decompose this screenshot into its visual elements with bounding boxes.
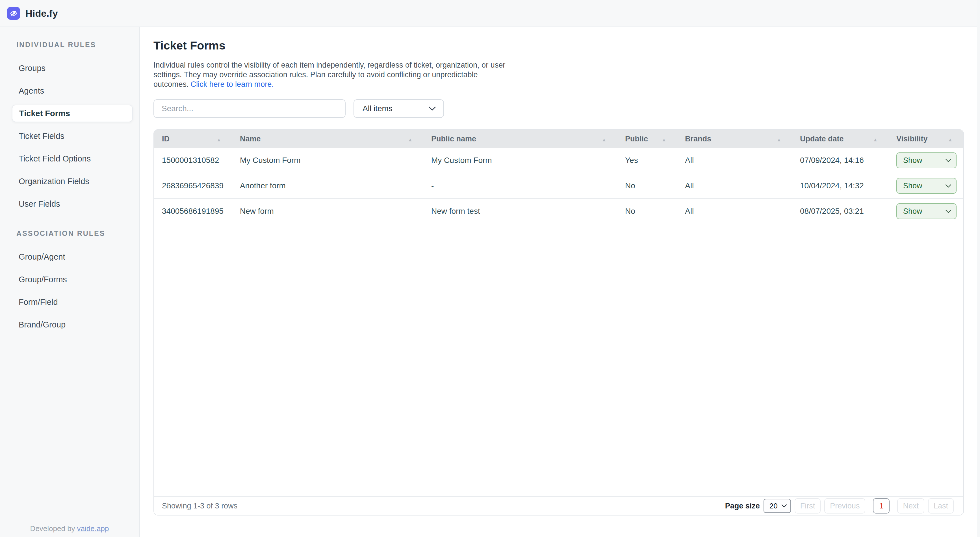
cell-id: 26836965426839 bbox=[154, 181, 232, 190]
sort-asc-icon bbox=[216, 135, 221, 143]
sidebar-item-ticket-fields[interactable]: Ticket Fields bbox=[0, 125, 139, 147]
column-header-id[interactable]: ID bbox=[154, 130, 232, 148]
column-header-brands[interactable]: Brands bbox=[677, 130, 792, 148]
pagination: Page size 20 First Previous 1 Next Last bbox=[725, 498, 954, 513]
cell-brands: All bbox=[677, 207, 792, 216]
column-header-name[interactable]: Name bbox=[232, 130, 423, 148]
chevron-down-icon bbox=[428, 106, 436, 111]
vaide-app-link[interactable]: vaide.app bbox=[77, 524, 109, 533]
section-title-individual-rules: INDIVIDUAL RULES bbox=[16, 41, 139, 49]
column-header-public[interactable]: Public bbox=[617, 130, 677, 148]
column-header-visibility[interactable]: Visibility bbox=[888, 130, 963, 148]
ticket-forms-table: ID Name Public name Public Brands Update… bbox=[153, 129, 964, 516]
association-rules-nav: Group/Agent Group/Forms Form/Field Brand… bbox=[0, 245, 139, 336]
cell-visibility: Show bbox=[888, 203, 963, 219]
sidebar-item-group-forms[interactable]: Group/Forms bbox=[0, 268, 139, 291]
sort-asc-icon bbox=[408, 135, 412, 143]
top-bar: Hide.fy bbox=[0, 0, 980, 27]
app-logo bbox=[7, 7, 20, 20]
app-window: Hide.fy INDIVIDUAL RULES Groups Agents T… bbox=[0, 0, 980, 537]
items-filter-select[interactable]: All items bbox=[353, 99, 444, 118]
table-controls: All items bbox=[153, 99, 964, 118]
search-input[interactable] bbox=[153, 99, 345, 118]
column-header-update-date[interactable]: Update date bbox=[792, 130, 888, 148]
sidebar-item-brand-group[interactable]: Brand/Group bbox=[0, 313, 139, 336]
sidebar-item-organization-fields[interactable]: Organization Fields bbox=[0, 170, 139, 193]
chevron-down-icon bbox=[781, 504, 787, 508]
scrollbar-track[interactable] bbox=[977, 0, 980, 537]
learn-more-link[interactable]: Click here to learn more. bbox=[191, 80, 274, 89]
individual-rules-nav: Groups Agents Ticket Forms Ticket Fields… bbox=[0, 57, 139, 215]
table-header-row: ID Name Public name Public Brands Update… bbox=[154, 130, 963, 148]
previous-page-button[interactable]: Previous bbox=[824, 498, 865, 513]
cell-id: 1500001310582 bbox=[154, 156, 232, 165]
chevron-down-icon bbox=[945, 210, 951, 213]
sidebar-item-ticket-field-options[interactable]: Ticket Field Options bbox=[0, 147, 139, 170]
developed-by-text: Developed by bbox=[30, 524, 75, 533]
sidebar-item-groups[interactable]: Groups bbox=[0, 57, 139, 80]
sidebar-item-group-agent[interactable]: Group/Agent bbox=[0, 245, 139, 268]
cell-public: No bbox=[617, 181, 677, 190]
description-line-2: settings. They may override association … bbox=[153, 70, 964, 80]
items-filter-value: All items bbox=[363, 104, 393, 113]
sidebar: INDIVIDUAL RULES Groups Agents Ticket Fo… bbox=[0, 27, 140, 537]
sidebar-item-ticket-forms[interactable]: Ticket Forms bbox=[12, 105, 133, 122]
table-row: 34005686191895 New form New form test No… bbox=[154, 199, 963, 224]
page-size-select[interactable]: 20 bbox=[764, 499, 791, 513]
visibility-select[interactable]: Show bbox=[896, 178, 956, 194]
rows-count-text: Showing 1-3 of 3 rows bbox=[162, 502, 237, 510]
cell-name: Another form bbox=[232, 181, 423, 190]
first-page-button[interactable]: First bbox=[795, 498, 821, 513]
sidebar-item-user-fields[interactable]: User Fields bbox=[0, 193, 139, 215]
section-title-association-rules: ASSOCIATION RULES bbox=[16, 229, 139, 237]
column-header-public-name[interactable]: Public name bbox=[423, 130, 617, 148]
cell-name: My Custom Form bbox=[232, 156, 423, 165]
sidebar-footer: Developed byvaide.app bbox=[0, 524, 139, 533]
cell-update-date: 08/07/2025, 03:21 bbox=[792, 207, 888, 216]
cell-visibility: Show bbox=[888, 152, 963, 168]
main-content: Ticket Forms Individual rules control th… bbox=[140, 27, 980, 537]
cell-public: Yes bbox=[617, 156, 677, 165]
chevron-down-icon bbox=[945, 159, 951, 162]
table-row: 1500001310582 My Custom Form My Custom F… bbox=[154, 148, 963, 173]
eye-off-icon bbox=[10, 10, 18, 17]
cell-public-name: My Custom Form bbox=[423, 156, 617, 165]
cell-brands: All bbox=[677, 156, 792, 165]
sort-asc-icon bbox=[873, 135, 878, 143]
cell-id: 34005686191895 bbox=[154, 207, 232, 216]
cell-name: New form bbox=[232, 207, 423, 216]
cell-public-name: New form test bbox=[423, 207, 617, 216]
cell-update-date: 07/09/2024, 14:16 bbox=[792, 156, 888, 165]
cell-public: No bbox=[617, 207, 677, 216]
sidebar-item-form-field[interactable]: Form/Field bbox=[0, 291, 139, 313]
cell-public-name: - bbox=[423, 181, 617, 190]
sort-asc-icon bbox=[776, 135, 781, 143]
visibility-select[interactable]: Show bbox=[896, 203, 956, 219]
description-line-3: outcomes.Click here to learn more. bbox=[153, 80, 964, 89]
cell-update-date: 10/04/2024, 14:32 bbox=[792, 181, 888, 190]
last-page-button[interactable]: Last bbox=[928, 498, 954, 513]
table-body: 1500001310582 My Custom Form My Custom F… bbox=[154, 148, 963, 224]
current-page-button[interactable]: 1 bbox=[873, 498, 889, 513]
cell-visibility: Show bbox=[888, 178, 963, 194]
table-row: 26836965426839 Another form - No All 10/… bbox=[154, 173, 963, 199]
description-line-1: Individual rules control the visibility … bbox=[153, 60, 964, 70]
table-footer: Showing 1-3 of 3 rows Page size 20 First… bbox=[154, 496, 963, 515]
app-title: Hide.fy bbox=[25, 8, 58, 19]
page-description: Individual rules control the visibility … bbox=[153, 60, 964, 89]
visibility-select[interactable]: Show bbox=[896, 152, 956, 168]
cell-brands: All bbox=[677, 181, 792, 190]
sort-asc-icon bbox=[601, 135, 606, 143]
next-page-button[interactable]: Next bbox=[897, 498, 924, 513]
sort-asc-icon bbox=[662, 135, 667, 143]
chevron-down-icon bbox=[945, 184, 951, 188]
table-empty-space bbox=[154, 224, 963, 496]
sort-asc-icon bbox=[948, 135, 953, 143]
page-title: Ticket Forms bbox=[153, 39, 964, 52]
sidebar-item-agents[interactable]: Agents bbox=[0, 80, 139, 102]
page-size-label: Page size bbox=[725, 502, 760, 510]
